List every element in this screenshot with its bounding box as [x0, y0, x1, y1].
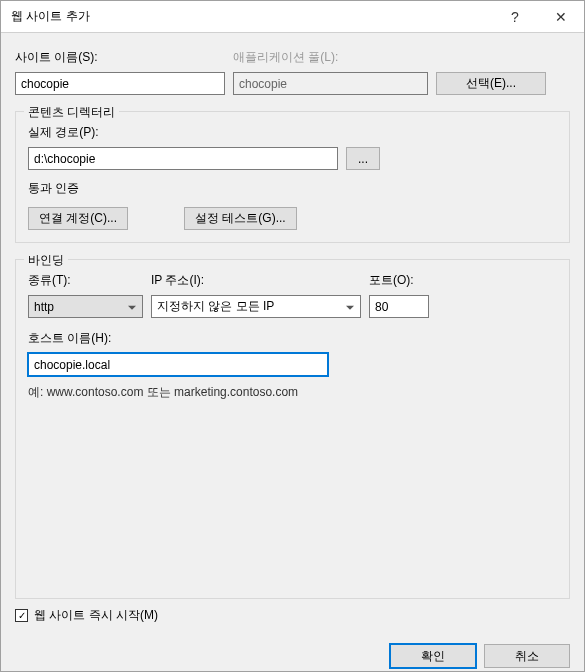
port-input[interactable] — [369, 295, 429, 318]
content-dir-group-title: 콘텐츠 디렉터리 — [24, 104, 119, 121]
app-pool-input — [233, 72, 428, 95]
type-value: http — [34, 300, 54, 314]
physical-path-label: 실제 경로(P): — [28, 124, 557, 141]
titlebar: 웹 사이트 추가 ? ✕ — [1, 1, 584, 33]
binding-group: 바인딩 종류(T): http IP 주소(I): 지정하지 않은 모든 IP … — [15, 259, 570, 599]
dialog-window: 웹 사이트 추가 ? ✕ 사이트 이름(S): 애플리케이션 풀(L): 선택(… — [0, 0, 585, 672]
physical-path-input[interactable] — [28, 147, 338, 170]
footer-buttons: 확인 취소 — [1, 634, 584, 672]
select-col: 선택(E)... — [436, 49, 546, 95]
type-label: 종류(T): — [28, 272, 143, 289]
start-immediately-label: 웹 사이트 즉시 시작(M) — [34, 607, 158, 624]
host-example: 예: www.contoso.com 또는 marketing.contoso.… — [28, 384, 557, 401]
port-label: 포트(O): — [369, 272, 429, 289]
site-name-input[interactable] — [15, 72, 225, 95]
binding-group-title: 바인딩 — [24, 252, 68, 269]
help-button[interactable]: ? — [492, 1, 538, 33]
ip-value: 지정하지 않은 모든 IP — [157, 298, 274, 315]
site-name-label: 사이트 이름(S): — [15, 49, 225, 66]
physical-path-row: 실제 경로(P): ... — [28, 124, 557, 170]
test-settings-button[interactable]: 설정 테스트(G)... — [184, 207, 297, 230]
site-name-col: 사이트 이름(S): — [15, 49, 225, 95]
select-app-pool-button[interactable]: 선택(E)... — [436, 72, 546, 95]
site-row: 사이트 이름(S): 애플리케이션 풀(L): 선택(E)... — [15, 49, 570, 95]
app-pool-col: 애플리케이션 풀(L): — [233, 49, 428, 95]
start-immediately-row[interactable]: ✓ 웹 사이트 즉시 시작(M) — [15, 599, 570, 624]
content-area: 사이트 이름(S): 애플리케이션 풀(L): 선택(E)... 콘텐츠 디렉터… — [1, 33, 584, 634]
ip-col: IP 주소(I): 지정하지 않은 모든 IP — [151, 272, 361, 318]
cancel-button[interactable]: 취소 — [484, 644, 570, 668]
window-title: 웹 사이트 추가 — [11, 8, 492, 25]
ip-label: IP 주소(I): — [151, 272, 361, 289]
content-dir-group: 콘텐츠 디렉터리 실제 경로(P): ... 통과 인증 연결 계정(C)...… — [15, 111, 570, 243]
port-col: 포트(O): — [369, 272, 429, 318]
type-select[interactable]: http — [28, 295, 143, 318]
host-label: 호스트 이름(H): — [28, 330, 557, 347]
passthrough-row: 통과 인증 — [28, 180, 557, 197]
app-pool-label: 애플리케이션 풀(L): — [233, 49, 428, 66]
ip-select[interactable]: 지정하지 않은 모든 IP — [151, 295, 361, 318]
start-immediately-checkbox[interactable]: ✓ — [15, 609, 28, 622]
browse-button[interactable]: ... — [346, 147, 380, 170]
host-name-input[interactable] — [28, 353, 328, 376]
auth-buttons-row: 연결 계정(C)... 설정 테스트(G)... — [28, 207, 557, 230]
type-col: 종류(T): http — [28, 272, 143, 318]
binding-row1: 종류(T): http IP 주소(I): 지정하지 않은 모든 IP 포트(O… — [28, 272, 557, 318]
ok-button[interactable]: 확인 — [390, 644, 476, 668]
passthrough-label: 통과 인증 — [28, 181, 79, 195]
close-button[interactable]: ✕ — [538, 1, 584, 33]
host-row: 호스트 이름(H): — [28, 330, 557, 376]
connect-as-button[interactable]: 연결 계정(C)... — [28, 207, 128, 230]
